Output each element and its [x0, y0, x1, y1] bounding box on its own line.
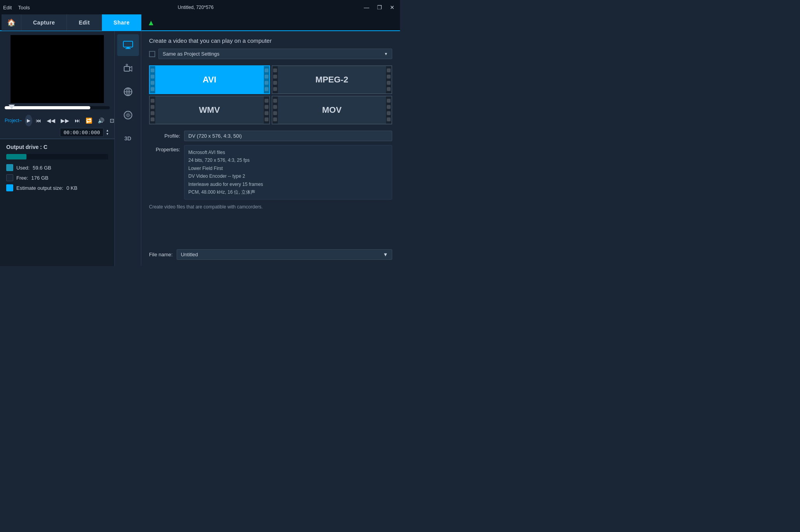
properties-box: Microsoft AVI files 24 bits, 720 x 576, … [184, 145, 392, 200]
side-icon-web[interactable] [117, 81, 139, 103]
title-bar: Edit Tools Untitled, 720*576 — ❐ ✕ [0, 0, 400, 15]
same-as-project-checkbox[interactable] [149, 51, 155, 57]
close-button[interactable]: ✕ [388, 4, 397, 11]
format-mov[interactable]: MOV [272, 96, 393, 124]
window-controls: — ❐ ✕ [361, 4, 397, 11]
tab-home[interactable]: 🏠 [2, 14, 21, 31]
go-end-button[interactable]: ⏭ [73, 116, 82, 125]
go-start-button[interactable]: ⏮ [34, 116, 43, 125]
side-icon-bar: 3D [115, 31, 141, 266]
props-line-2: 24 bits, 720 x 576, 4:3, 25 fps [188, 156, 388, 164]
legend-estimate: Estimate output size: 0 KB [6, 184, 108, 191]
tab-share[interactable]: Share [102, 14, 142, 31]
settings-row: Same as Project Settings ▼ [149, 49, 392, 59]
timecode-display: 00:00:00:000 [60, 128, 104, 137]
used-color-box [6, 164, 13, 171]
description-text: Create video files that are compatible w… [149, 203, 392, 210]
scrubber-area [0, 103, 114, 113]
video-preview [11, 35, 104, 103]
side-icon-device[interactable] [117, 58, 139, 79]
side-icon-computer[interactable] [117, 34, 139, 56]
same-as-project-dropdown[interactable]: Same as Project Settings ▼ [158, 49, 392, 59]
scrubber-thumb [9, 105, 15, 109]
estimate-label: Estimate output size: [16, 185, 63, 191]
estimate-color-box [6, 184, 13, 191]
transport-controls: Project– ▶ ⏮ ◀◀ ▶▶ ⏭ 🔁 🔊 ⊡ [0, 113, 114, 128]
filename-label: File name: [149, 252, 173, 257]
format-grid: AVI MPEG-2 [149, 65, 392, 124]
svg-point-12 [126, 113, 130, 117]
timecode-spinner: ▲ ▼ [105, 129, 110, 136]
play-button[interactable]: ▶ [25, 115, 32, 126]
properties-row: Properties: Microsoft AVI files 24 bits,… [149, 145, 392, 200]
mpeg2-label: MPEG-2 [316, 75, 348, 85]
next-frame-button[interactable]: ▶▶ [59, 116, 71, 125]
used-value: 59.6 GB [33, 165, 51, 171]
volume-button[interactable]: 🔊 [96, 116, 106, 125]
disk-bar-fill [6, 154, 26, 159]
format-avi[interactable]: AVI [149, 65, 270, 94]
restore-button[interactable]: ❐ [375, 4, 384, 11]
timecode-row: 00:00:00:000 ▲ ▼ [0, 128, 114, 138]
props-line-5: Interleave audio for every 15 frames [188, 180, 388, 188]
loop-button[interactable]: 🔁 [84, 116, 94, 125]
disk-bar [6, 154, 108, 159]
profile-dropdown[interactable]: DV (720 x 576, 4:3, 50i) [184, 131, 392, 141]
disk-legend: Used: 59.6 GB Free: 176 GB Estimate outp… [6, 164, 108, 191]
free-color-box [6, 174, 13, 181]
avi-label: AVI [203, 75, 216, 85]
filename-dropdown[interactable]: Untitled ▼ [177, 249, 392, 260]
timecode-down[interactable]: ▼ [105, 133, 110, 136]
main-area: Project– ▶ ⏮ ◀◀ ▶▶ ⏭ 🔁 🔊 ⊡ 00:00:00:000 … [0, 31, 400, 266]
free-label: Free: [16, 175, 28, 181]
upload-button[interactable]: ▲ [142, 18, 160, 27]
format-mpeg2[interactable]: MPEG-2 [272, 65, 393, 94]
used-label: Used: [16, 165, 30, 171]
scrubber-fill [5, 106, 90, 109]
svg-rect-3 [124, 66, 130, 71]
props-line-1: Microsoft AVI files [188, 149, 388, 156]
wmv-label: WMV [199, 105, 220, 115]
mov-label: MOV [322, 105, 342, 115]
props-line-4: DV Video Encoder -- type 2 [188, 172, 388, 180]
profile-label: Profile: [149, 133, 180, 139]
side-icon-disc[interactable] [117, 104, 139, 126]
legend-used: Used: 59.6 GB [6, 164, 108, 171]
output-drive-label: Output drive : C [6, 144, 108, 150]
dropdown-arrow-icon: ▼ [384, 52, 388, 56]
title-bar-left: Edit Tools [3, 5, 30, 10]
output-info: Output drive : C Used: 59.6 GB Free: 176… [0, 138, 114, 266]
timecode-up[interactable]: ▲ [105, 129, 110, 132]
props-line-6: PCM, 48.000 kHz, 16 位, 立体声 [188, 188, 388, 196]
right-panel: Create a video that you can play on a co… [141, 31, 400, 266]
free-value: 176 GB [31, 175, 48, 181]
menu-edit[interactable]: Edit [3, 5, 12, 10]
legend-free: Free: 176 GB [6, 174, 108, 181]
filename-row: File name: Untitled ▼ [149, 249, 392, 260]
filename-value: Untitled [181, 252, 198, 257]
tab-capture[interactable]: Capture [21, 14, 67, 31]
format-wmv[interactable]: WMV [149, 96, 270, 124]
filename-dropdown-arrow: ▼ [383, 252, 388, 257]
menu-tools[interactable]: Tools [18, 5, 30, 10]
home-icon: 🏠 [7, 18, 16, 27]
properties-label: Properties: [149, 145, 180, 152]
scrubber-track[interactable] [5, 106, 110, 109]
project-info: Untitled, 720*576 [178, 5, 214, 10]
profile-row: Profile: DV (720 x 576, 4:3, 50i) [149, 131, 392, 141]
section-title: Create a video that you can play on a co… [149, 37, 392, 44]
minimize-button[interactable]: — [361, 4, 372, 11]
svg-point-11 [127, 114, 129, 116]
left-panel: Project– ▶ ⏮ ◀◀ ▶▶ ⏭ 🔁 🔊 ⊡ 00:00:00:000 … [0, 31, 115, 266]
side-icon-3d[interactable]: 3D [117, 128, 139, 149]
prev-frame-button[interactable]: ◀◀ [45, 116, 57, 125]
estimate-value: 0 KB [67, 185, 77, 191]
dropdown-label: Same as Project Settings [163, 51, 219, 57]
tab-edit[interactable]: Edit [67, 14, 102, 31]
props-line-3: Lower Field First [188, 164, 388, 172]
svg-point-10 [124, 111, 132, 119]
tab-bar: 🏠 Capture Edit Share ▲ [0, 15, 400, 31]
upload-icon: ▲ [147, 18, 155, 27]
svg-rect-2 [125, 48, 131, 49]
svg-point-5 [126, 64, 128, 66]
